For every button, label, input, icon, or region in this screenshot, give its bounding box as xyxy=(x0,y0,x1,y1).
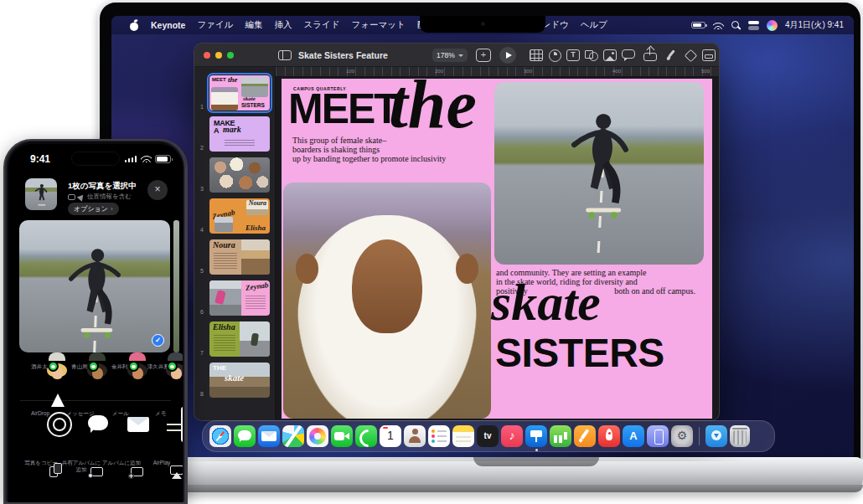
sidebar-toggle-icon[interactable] xyxy=(278,50,292,60)
dock-safari-icon[interactable] xyxy=(209,425,231,447)
slide-number: 7 xyxy=(200,350,204,356)
share-target-mail[interactable]: メール xyxy=(101,407,141,418)
slide-headline[interactable]: MEET xyxy=(288,90,398,130)
play-button[interactable] xyxy=(499,47,516,64)
format-brush-icon[interactable] xyxy=(665,49,679,61)
dock-keynote-icon[interactable] xyxy=(525,425,547,447)
music-glyph: ♪ xyxy=(501,429,523,442)
chart-icon[interactable] xyxy=(548,49,561,61)
dock-pages-icon[interactable] xyxy=(574,425,596,447)
action-add-shared-album[interactable]: 共有アルバムに追加 xyxy=(61,456,101,473)
slide-number: 3 xyxy=(200,186,204,192)
menu-slide[interactable]: スライド xyxy=(303,19,339,31)
action-airplay[interactable]: AirPlay xyxy=(142,456,182,466)
action-copy-photo[interactable]: 写真をコピー xyxy=(21,456,61,466)
messages-badge-icon xyxy=(167,361,178,372)
share-target-notes[interactable]: メモ xyxy=(141,407,181,418)
dock-maps-icon[interactable] xyxy=(282,425,304,447)
menu-format[interactable]: フォーマット xyxy=(351,19,405,31)
next-photo-edge[interactable] xyxy=(173,220,179,352)
dock-reminders-icon[interactable] xyxy=(428,425,450,447)
zoom-dropdown[interactable]: 178% xyxy=(432,49,468,62)
slide-thumbnail-1[interactable]: MEET the skate SISTERS xyxy=(209,75,270,111)
dock-notes-icon[interactable] xyxy=(452,425,474,447)
menu-help[interactable]: ヘルプ xyxy=(581,19,607,31)
menu-edit[interactable]: 編集 xyxy=(245,19,262,31)
ruler-mark: 300 xyxy=(524,69,532,74)
close-button[interactable]: × xyxy=(147,180,168,200)
table-icon[interactable] xyxy=(530,49,543,61)
share-photo-thumbnail[interactable] xyxy=(25,178,57,210)
dock-appstore-icon[interactable]: A xyxy=(623,425,644,447)
wifi-icon[interactable] xyxy=(713,22,724,29)
dock-mail-icon[interactable] xyxy=(258,425,280,447)
menu-insert[interactable]: 挿入 xyxy=(274,19,292,31)
app-label: メモ xyxy=(141,410,181,418)
current-slide[interactable]: CAMPUS QUARTERLY MEET the This group of … xyxy=(282,79,712,419)
spotlight-icon[interactable] xyxy=(731,21,741,30)
close-window-button[interactable] xyxy=(204,52,210,59)
document-settings-icon[interactable] xyxy=(702,49,716,61)
camera-dot xyxy=(481,22,485,26)
comment-icon[interactable] xyxy=(622,49,635,59)
slide-thumbnail-6[interactable]: Zeynab xyxy=(209,280,270,316)
dock-contacts-icon[interactable] xyxy=(404,425,426,447)
dock-facetime-icon[interactable] xyxy=(331,425,353,447)
share-target-airdrop[interactable]: AirDrop xyxy=(20,407,60,416)
slide-thumbnail-2[interactable]: MAKE A mark xyxy=(209,116,270,152)
dock-iphone-mirroring-icon[interactable] xyxy=(647,425,669,447)
contact-suggestion[interactable]: 青山周平 xyxy=(63,361,101,371)
thumb-text: SISTERS xyxy=(241,102,265,108)
text-icon[interactable]: T xyxy=(566,49,580,61)
selected-photo-preview[interactable]: ✓ xyxy=(19,220,170,352)
menu-file[interactable]: ファイル xyxy=(197,19,233,31)
slide-thumbnail-8[interactable]: THE skate xyxy=(209,363,270,398)
wifi-icon xyxy=(141,155,152,162)
dock-trash-icon[interactable] xyxy=(730,425,750,447)
fullscreen-window-button[interactable] xyxy=(227,52,234,59)
slide-photo-skater[interactable] xyxy=(494,82,704,265)
siri-icon[interactable] xyxy=(767,20,778,31)
dock-numbers-icon[interactable] xyxy=(550,425,571,447)
minimize-window-button[interactable] xyxy=(215,52,222,59)
share-target-messages[interactable]: メッセージ xyxy=(60,407,101,418)
apple-menu-icon[interactable] xyxy=(130,20,139,31)
dock-phone-icon[interactable] xyxy=(355,425,377,447)
contact-suggestion[interactable]: 酒井太一 xyxy=(23,361,61,371)
menu-clock[interactable]: 4月1日(火) 9:41 xyxy=(785,19,844,31)
slide-thumbnail-5[interactable]: Noura xyxy=(209,239,270,275)
dock-tv-icon[interactable]: tv xyxy=(477,425,499,447)
keynote-window: Skate Sisters Feature 178% + T xyxy=(194,43,720,421)
slide-closer[interactable]: SISTERS xyxy=(495,330,664,376)
control-center-icon[interactable] xyxy=(748,21,759,30)
media-icon[interactable] xyxy=(603,49,617,61)
menu-app-name[interactable]: Keynote xyxy=(151,20,185,30)
contact-suggestion[interactable]: 津久井夏子 xyxy=(142,361,180,371)
slide-number: 5 xyxy=(200,268,204,274)
dock-settings-icon[interactable]: ⚙ xyxy=(671,425,693,447)
dock-downloads-icon[interactable] xyxy=(705,425,727,447)
dock-music-icon[interactable]: ♪ xyxy=(501,425,523,447)
contact-suggestion[interactable]: 金井利香 xyxy=(103,361,142,371)
running-indicator xyxy=(535,449,538,451)
slide-closer-script[interactable]: skate xyxy=(491,273,601,332)
options-button[interactable]: オプション › xyxy=(68,203,119,215)
slide-thumbnail-7[interactable]: Elisha xyxy=(209,321,270,357)
slide-thumbnail-3[interactable] xyxy=(209,157,270,193)
thumb-text: THE xyxy=(213,364,226,372)
dock-messages-icon[interactable] xyxy=(234,425,256,447)
keynote-titlebar[interactable]: Skate Sisters Feature 178% + T xyxy=(194,44,719,67)
thumb-paragraph xyxy=(245,296,266,309)
shape-icon[interactable] xyxy=(585,49,598,61)
add-slide-button[interactable]: + xyxy=(476,49,491,62)
dock-photos-icon[interactable] xyxy=(307,425,328,447)
animate-icon[interactable] xyxy=(684,49,697,61)
action-add-to-album[interactable]: アルバムに追加 xyxy=(101,456,142,466)
dock-launchpad-icon[interactable] xyxy=(598,425,620,447)
slide-thumbnail-4[interactable]: Noura Zeynab Elisha xyxy=(209,198,270,234)
dock-calendar-icon[interactable]: 1 xyxy=(380,425,401,447)
battery-icon[interactable] xyxy=(691,22,705,29)
slide-photo-portrait[interactable] xyxy=(283,183,491,419)
slide-headline-script[interactable]: the xyxy=(389,79,477,144)
share-icon[interactable] xyxy=(643,53,657,61)
